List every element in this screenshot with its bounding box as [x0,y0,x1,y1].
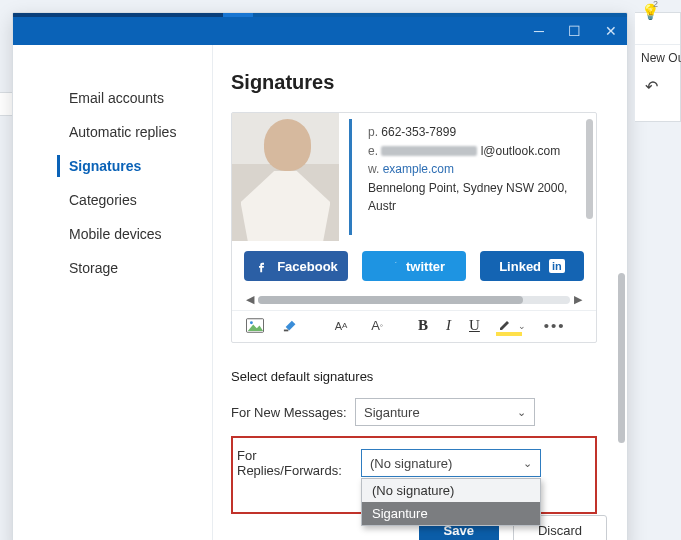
twitter-icon [383,259,398,274]
maximize-button[interactable]: ☐ [568,24,581,38]
facebook-icon [254,259,269,274]
chevron-down-icon: ⌄ [517,406,526,419]
replies-select[interactable]: (No signature) ⌄ [361,449,541,477]
italic-button[interactable]: I [446,317,451,334]
sidebar-item-mobile-devices[interactable]: Mobile devices [13,217,212,251]
underline-button[interactable]: U [469,317,480,334]
svg-point-1 [250,321,253,324]
notification-badge: 2 [653,0,658,9]
highlight-dropdown-chevron-icon[interactable]: ⌄ [518,321,526,331]
sidebar-item-categories[interactable]: Categories [13,183,212,217]
bold-button[interactable]: B [418,317,428,334]
twitter-label: twitter [406,259,445,274]
new-messages-select[interactable]: Siganture ⌄ [355,398,535,426]
preview-horizontal-scrollbar[interactable]: ◀ ▶ [232,293,596,310]
social-buttons-row: Facebook twitter Linked in [232,241,596,293]
insert-image-icon[interactable] [246,318,264,334]
secondary-window: 💡 2 New Out ↶ [635,12,681,122]
phone-label: p. [368,125,378,139]
signature-text-block: p. 662-353-7899 e. l@outlook.com w. exam… [368,113,596,241]
sidebar-item-email-accounts[interactable]: Email accounts [13,81,212,115]
twitter-button[interactable]: twitter [362,251,466,281]
replies-value: (No signature) [370,456,452,471]
email-redacted [381,146,477,156]
replies-dropdown: (No signature) Siganture [361,478,541,526]
preview-vertical-scrollbar[interactable] [586,119,593,219]
replies-option-signature[interactable]: Siganture [362,502,540,525]
highlight-button[interactable] [498,317,512,334]
linkedin-button[interactable]: Linked in [480,251,584,281]
scroll-right-arrow-icon[interactable]: ▶ [570,293,586,306]
email-label: e. [368,144,378,158]
signature-editor: p. 662-353-7899 e. l@outlook.com w. exam… [231,112,597,343]
scroll-track[interactable] [258,296,570,304]
address-value: Bennelong Point, Sydney NSW 2000, Austr [368,179,596,216]
replies-label: For Replies/Forwards: [237,448,361,478]
secondary-title: New Out [635,45,680,71]
web-value: example.com [383,162,454,176]
new-messages-row: For New Messages: Siganture ⌄ [231,398,597,426]
highlight-annotation: For Replies/Forwards: (No signature) ⌄ (… [231,436,597,514]
avatar-image [232,113,339,241]
linkedin-badge-icon: in [549,259,565,273]
titlebar: ─ ☐ ✕ [13,17,627,45]
scroll-thumb[interactable] [258,296,523,304]
undo-icon[interactable]: ↶ [635,71,680,102]
scroll-left-arrow-icon[interactable]: ◀ [242,293,258,306]
default-signatures-heading: Select default signatures [231,369,597,384]
format-toolbar: AA A◦ B I U ⌄ ••• [232,310,596,342]
svg-rect-2 [284,329,288,331]
replies-option-no-signature[interactable]: (No signature) [362,479,540,502]
content-pane: Signatures p. 662-353-7899 e. l@outlook.… [213,45,627,540]
close-button[interactable]: ✕ [605,24,617,38]
minimize-button[interactable]: ─ [534,24,544,38]
content-scrollbar[interactable] [618,273,625,443]
facebook-label: Facebook [277,259,338,274]
replies-row: For Replies/Forwards: (No signature) ⌄ [237,448,587,478]
vertical-divider [349,119,352,235]
new-messages-value: Siganture [364,405,420,420]
web-label: w. [368,162,379,176]
linkedin-label: Linked [499,259,541,274]
settings-dialog: ─ ☐ ✕ Email accounts Automatic replies S… [12,12,628,540]
progress-strip [13,13,627,17]
page-title: Signatures [231,71,597,94]
phone-value: 662-353-7899 [381,125,456,139]
new-messages-label: For New Messages: [231,405,355,420]
format-painter-icon[interactable] [282,318,300,334]
settings-sidebar: Email accounts Automatic replies Signatu… [13,45,213,540]
more-options-icon[interactable]: ••• [544,317,566,334]
sidebar-item-automatic-replies[interactable]: Automatic replies [13,115,212,149]
signature-preview[interactable]: p. 662-353-7899 e. l@outlook.com w. exam… [232,113,596,241]
sidebar-item-storage[interactable]: Storage [13,251,212,285]
email-suffix: l@outlook.com [481,144,561,158]
font-size-decrease-icon[interactable]: AA [332,318,350,334]
chevron-down-icon: ⌄ [523,457,532,470]
sidebar-item-signatures[interactable]: Signatures [13,149,212,183]
facebook-button[interactable]: Facebook [244,251,348,281]
font-size-increase-icon[interactable]: A◦ [368,318,386,334]
